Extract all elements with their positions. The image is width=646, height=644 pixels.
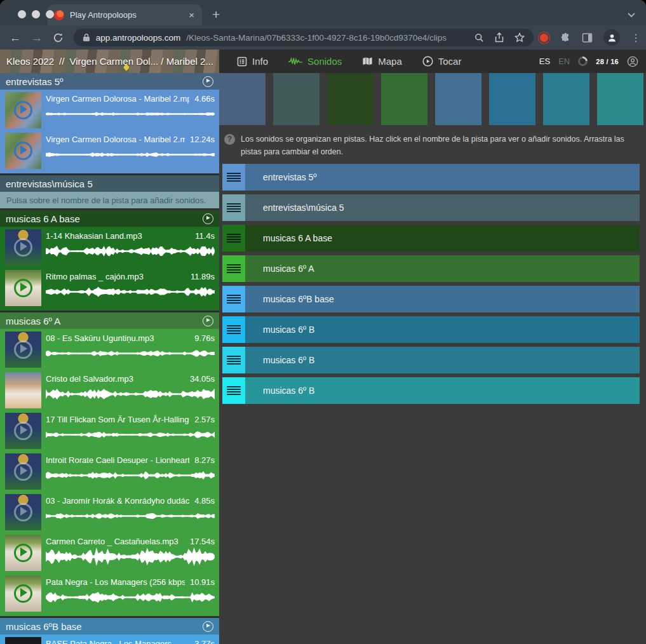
clip-thumbnail[interactable] <box>5 270 41 306</box>
audio-clip[interactable]: 03 - Jaromír Horák & Konrádyho dudácká .… <box>0 492 219 533</box>
clip-thumbnail[interactable] <box>5 413 41 449</box>
track-row-body[interactable]: entrevistas\música 5 <box>245 194 640 221</box>
clip-thumbnail[interactable] <box>5 494 41 530</box>
track-row[interactable]: musicas 6ºB base <box>222 286 640 312</box>
clip-thumbnail[interactable] <box>5 92 41 128</box>
audio-clip[interactable]: Virgen Carmen Dolorosa - Maribel 2.mp34.… <box>0 90 219 131</box>
track-row[interactable]: musicas 6º B <box>222 316 640 343</box>
lang-es-button[interactable]: ES <box>539 57 550 66</box>
track-row[interactable]: musicas 6º B <box>222 347 640 373</box>
nav-tab-sonidos[interactable]: Sonidos <box>288 56 342 67</box>
track-color-swatch[interactable] <box>597 73 643 125</box>
browser-menu-icon[interactable]: ⋮ <box>631 32 638 44</box>
clip-thumbnail[interactable] <box>5 332 41 368</box>
tracks-panel: ? Los sonidos se organizan en pistas. Ha… <box>219 73 646 644</box>
play-track-icon[interactable] <box>203 76 213 87</box>
track-header[interactable]: entrevistas 5º <box>0 73 219 90</box>
track-color-swatch[interactable] <box>219 73 266 125</box>
track-row-body[interactable]: musicas 6º B <box>245 377 640 404</box>
clip-title: Virgen Carmen Dolorosa - Maribel 2.mp3 <box>46 135 185 144</box>
drag-handle[interactable] <box>222 194 245 221</box>
clip-title: 03 - Jaromír Horák & Konrádyho dudácká .… <box>46 496 189 506</box>
side-panel-icon[interactable] <box>582 32 593 43</box>
play-track-icon[interactable] <box>203 621 213 632</box>
clip-thumbnail[interactable] <box>5 453 41 490</box>
track-color-swatch[interactable] <box>543 73 589 125</box>
tab-search-chevron-icon[interactable] <box>627 10 636 19</box>
new-tab-button[interactable]: + <box>212 8 220 21</box>
drag-handle[interactable] <box>222 347 245 373</box>
account-icon[interactable] <box>627 56 638 67</box>
window-controls <box>18 10 54 18</box>
profile-avatar[interactable] <box>603 29 620 46</box>
play-track-icon[interactable] <box>203 213 213 224</box>
track-row-body[interactable]: musicas 6ºB base <box>245 286 640 312</box>
audio-clip[interactable]: Carmen Carreto _ Castañuelas.mp317.54s <box>0 533 219 574</box>
track-row[interactable]: musicas 6º A <box>222 255 640 282</box>
drag-handle[interactable] <box>222 255 245 282</box>
drag-handle[interactable] <box>222 225 245 252</box>
audio-clip[interactable]: Cristo del Salvador.mp334.05s <box>0 370 219 411</box>
lang-en-button[interactable]: EN <box>558 57 570 66</box>
track-row-body[interactable]: musicas 6º B <box>245 347 640 373</box>
audio-clip[interactable]: Introit Rorate Caeli Desuper - Lionheart… <box>0 452 219 492</box>
back-button[interactable]: ← <box>8 32 23 44</box>
breadcrumb-project[interactable]: Kleos 2022 <box>6 56 54 67</box>
forward-button[interactable]: → <box>29 32 44 44</box>
track-header[interactable]: musicas 6ºB base <box>0 618 219 634</box>
clip-thumbnail[interactable] <box>5 229 41 265</box>
breadcrumb-separator: // <box>59 56 64 67</box>
clip-thumbnail[interactable] <box>5 133 41 169</box>
track-color-swatch[interactable] <box>327 73 373 125</box>
audio-clip[interactable]: 17 Till Flickan Som Är Tusen År-Halling … <box>0 411 219 452</box>
clip-thumbnail[interactable] <box>5 575 41 612</box>
clip-thumbnail[interactable] <box>5 535 41 571</box>
bookmark-star-icon[interactable] <box>515 32 525 43</box>
tab-close-icon[interactable]: × <box>187 10 196 20</box>
window-zoom-button[interactable] <box>46 10 54 18</box>
track-row-body[interactable]: musicas 6 A base <box>245 225 640 252</box>
track-row[interactable]: musicas 6º B <box>222 377 640 404</box>
address-bar[interactable]: app.antropoloops.com /Kleos-Santa-Marina… <box>74 29 534 46</box>
zoom-page-icon[interactable] <box>474 33 484 43</box>
audio-clip[interactable]: BASE Pata Negra - Los Managers3.77s <box>0 635 219 644</box>
track-color-swatch[interactable] <box>381 73 427 125</box>
track-row-body[interactable]: musicas 6º A <box>245 255 640 282</box>
audio-clip[interactable]: Ritmo palmas _ cajón.mp311.89s <box>0 268 219 309</box>
drag-handle[interactable] <box>222 316 245 343</box>
audio-clip[interactable]: Virgen Carmen Dolorosa - Maribel 2.mp312… <box>0 131 219 171</box>
extensions-puzzle-icon[interactable] <box>560 32 571 43</box>
track-header[interactable]: musicas 6 A base <box>0 210 219 227</box>
audio-clip[interactable]: 08 - Es Sakūru Uguntiņu.mp39.76s <box>0 330 219 370</box>
track-row[interactable]: musicas 6 A base <box>222 225 640 252</box>
share-icon[interactable] <box>495 32 504 43</box>
clip-thumbnail[interactable] <box>5 372 41 408</box>
audio-clip[interactable]: 1-14 Khakasian Land.mp311.4s <box>0 227 219 268</box>
track-row-label: entrevistas 5º <box>263 172 317 182</box>
track-color-swatch[interactable] <box>435 73 481 125</box>
nav-tab-info[interactable]: Info <box>237 56 268 67</box>
track-header[interactable]: musicas 6º A <box>0 312 219 329</box>
nav-tab-tocar[interactable]: Tocar <box>422 56 462 67</box>
track-color-swatch[interactable] <box>489 73 535 125</box>
track-row[interactable]: entrevistas\música 5 <box>222 194 640 221</box>
window-close-button[interactable] <box>18 10 26 18</box>
drag-handle[interactable] <box>222 164 245 191</box>
clip-thumbnail[interactable] <box>5 637 41 644</box>
nav-tab-mapa[interactable]: Mapa <box>362 56 402 67</box>
track-row-body[interactable]: musicas 6º B <box>245 316 640 343</box>
play-track-icon[interactable] <box>203 316 213 326</box>
track-color-swatch[interactable] <box>273 73 320 125</box>
audio-clip[interactable]: Pata Negra - Los Managers (256 kbps).mp3… <box>0 574 219 614</box>
drag-handle[interactable] <box>222 377 245 404</box>
tab-title: Play Antropoloops <box>70 10 182 20</box>
track-header[interactable]: entrevistas\música 5 <box>0 175 219 192</box>
reload-button[interactable] <box>51 32 66 43</box>
drag-handle[interactable] <box>222 286 245 312</box>
track-row[interactable]: entrevistas 5º <box>222 164 640 191</box>
track-row-body[interactable]: entrevistas 5º <box>245 164 640 191</box>
breadcrumb[interactable]: Kleos 2022 // Virgen Carmen Dol... / Mar… <box>0 50 219 73</box>
window-minimize-button[interactable] <box>32 10 40 18</box>
recording-extension-icon[interactable] <box>540 34 548 42</box>
browser-tab[interactable]: Play Antropoloops × <box>48 4 202 25</box>
